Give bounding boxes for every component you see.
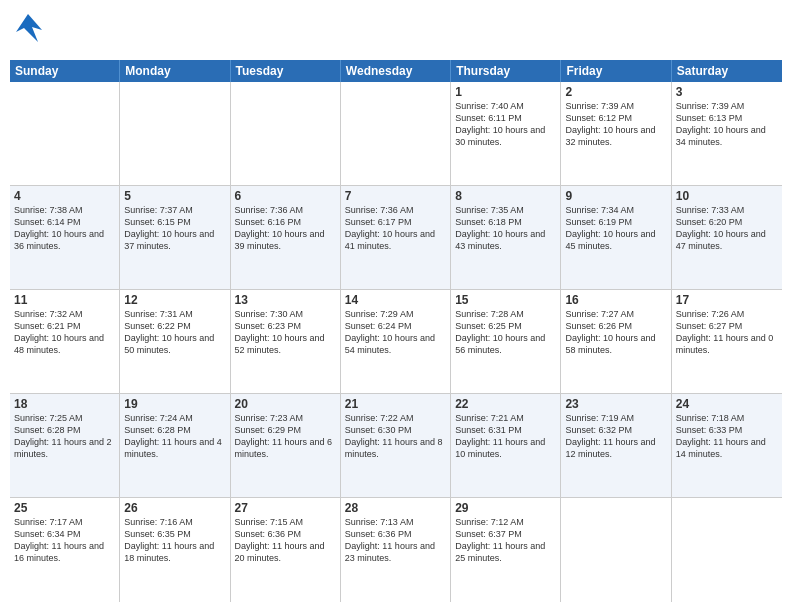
day-number: 29 [455, 501, 556, 515]
calendar-cell: 20Sunrise: 7:23 AM Sunset: 6:29 PM Dayli… [231, 394, 341, 497]
day-number: 16 [565, 293, 666, 307]
calendar-cell: 8Sunrise: 7:35 AM Sunset: 6:18 PM Daylig… [451, 186, 561, 289]
day-number: 7 [345, 189, 446, 203]
header-day-thursday: Thursday [451, 60, 561, 82]
day-info: Sunrise: 7:16 AM Sunset: 6:35 PM Dayligh… [124, 517, 214, 563]
header-day-monday: Monday [120, 60, 230, 82]
day-info: Sunrise: 7:29 AM Sunset: 6:24 PM Dayligh… [345, 309, 435, 355]
calendar-cell: 22Sunrise: 7:21 AM Sunset: 6:31 PM Dayli… [451, 394, 561, 497]
calendar-cell: 28Sunrise: 7:13 AM Sunset: 6:36 PM Dayli… [341, 498, 451, 602]
calendar-cell: 26Sunrise: 7:16 AM Sunset: 6:35 PM Dayli… [120, 498, 230, 602]
day-number: 14 [345, 293, 446, 307]
calendar-cell [231, 82, 341, 185]
day-info: Sunrise: 7:30 AM Sunset: 6:23 PM Dayligh… [235, 309, 325, 355]
calendar-cell: 1Sunrise: 7:40 AM Sunset: 6:11 PM Daylig… [451, 82, 561, 185]
day-number: 10 [676, 189, 778, 203]
day-number: 13 [235, 293, 336, 307]
calendar-cell: 14Sunrise: 7:29 AM Sunset: 6:24 PM Dayli… [341, 290, 451, 393]
calendar-cell: 4Sunrise: 7:38 AM Sunset: 6:14 PM Daylig… [10, 186, 120, 289]
calendar-cell: 18Sunrise: 7:25 AM Sunset: 6:28 PM Dayli… [10, 394, 120, 497]
calendar-cell [561, 498, 671, 602]
day-number: 20 [235, 397, 336, 411]
day-number: 6 [235, 189, 336, 203]
day-info: Sunrise: 7:24 AM Sunset: 6:28 PM Dayligh… [124, 413, 222, 459]
day-info: Sunrise: 7:40 AM Sunset: 6:11 PM Dayligh… [455, 101, 545, 147]
day-number: 9 [565, 189, 666, 203]
day-info: Sunrise: 7:18 AM Sunset: 6:33 PM Dayligh… [676, 413, 766, 459]
calendar-cell: 9Sunrise: 7:34 AM Sunset: 6:19 PM Daylig… [561, 186, 671, 289]
day-info: Sunrise: 7:36 AM Sunset: 6:16 PM Dayligh… [235, 205, 325, 251]
day-info: Sunrise: 7:32 AM Sunset: 6:21 PM Dayligh… [14, 309, 104, 355]
day-info: Sunrise: 7:33 AM Sunset: 6:20 PM Dayligh… [676, 205, 766, 251]
header-day-wednesday: Wednesday [341, 60, 451, 82]
day-number: 4 [14, 189, 115, 203]
day-number: 18 [14, 397, 115, 411]
calendar-cell: 24Sunrise: 7:18 AM Sunset: 6:33 PM Dayli… [672, 394, 782, 497]
calendar-cell: 5Sunrise: 7:37 AM Sunset: 6:15 PM Daylig… [120, 186, 230, 289]
day-info: Sunrise: 7:26 AM Sunset: 6:27 PM Dayligh… [676, 309, 774, 355]
day-number: 12 [124, 293, 225, 307]
calendar-cell: 15Sunrise: 7:28 AM Sunset: 6:25 PM Dayli… [451, 290, 561, 393]
day-number: 15 [455, 293, 556, 307]
logo [10, 10, 50, 52]
day-info: Sunrise: 7:22 AM Sunset: 6:30 PM Dayligh… [345, 413, 443, 459]
calendar-cell: 2Sunrise: 7:39 AM Sunset: 6:12 PM Daylig… [561, 82, 671, 185]
day-number: 24 [676, 397, 778, 411]
day-info: Sunrise: 7:23 AM Sunset: 6:29 PM Dayligh… [235, 413, 333, 459]
day-info: Sunrise: 7:21 AM Sunset: 6:31 PM Dayligh… [455, 413, 545, 459]
header-day-tuesday: Tuesday [231, 60, 341, 82]
day-number: 27 [235, 501, 336, 515]
calendar-cell: 23Sunrise: 7:19 AM Sunset: 6:32 PM Dayli… [561, 394, 671, 497]
day-info: Sunrise: 7:17 AM Sunset: 6:34 PM Dayligh… [14, 517, 104, 563]
calendar-cell [341, 82, 451, 185]
calendar-cell: 25Sunrise: 7:17 AM Sunset: 6:34 PM Dayli… [10, 498, 120, 602]
calendar-cell [10, 82, 120, 185]
day-info: Sunrise: 7:15 AM Sunset: 6:36 PM Dayligh… [235, 517, 325, 563]
calendar-cell: 17Sunrise: 7:26 AM Sunset: 6:27 PM Dayli… [672, 290, 782, 393]
day-number: 5 [124, 189, 225, 203]
day-number: 22 [455, 397, 556, 411]
header-day-saturday: Saturday [672, 60, 782, 82]
day-info: Sunrise: 7:39 AM Sunset: 6:13 PM Dayligh… [676, 101, 766, 147]
day-number: 25 [14, 501, 115, 515]
day-info: Sunrise: 7:25 AM Sunset: 6:28 PM Dayligh… [14, 413, 112, 459]
calendar-body: 1Sunrise: 7:40 AM Sunset: 6:11 PM Daylig… [10, 82, 782, 602]
day-number: 2 [565, 85, 666, 99]
day-info: Sunrise: 7:13 AM Sunset: 6:36 PM Dayligh… [345, 517, 435, 563]
day-number: 8 [455, 189, 556, 203]
calendar-cell: 27Sunrise: 7:15 AM Sunset: 6:36 PM Dayli… [231, 498, 341, 602]
day-info: Sunrise: 7:39 AM Sunset: 6:12 PM Dayligh… [565, 101, 655, 147]
page: SundayMondayTuesdayWednesdayThursdayFrid… [0, 0, 792, 612]
day-number: 21 [345, 397, 446, 411]
day-info: Sunrise: 7:36 AM Sunset: 6:17 PM Dayligh… [345, 205, 435, 251]
calendar-header: SundayMondayTuesdayWednesdayThursdayFrid… [10, 60, 782, 82]
day-number: 3 [676, 85, 778, 99]
calendar-cell: 21Sunrise: 7:22 AM Sunset: 6:30 PM Dayli… [341, 394, 451, 497]
day-number: 26 [124, 501, 225, 515]
calendar-row-1: 4Sunrise: 7:38 AM Sunset: 6:14 PM Daylig… [10, 186, 782, 290]
day-number: 17 [676, 293, 778, 307]
day-number: 19 [124, 397, 225, 411]
day-info: Sunrise: 7:31 AM Sunset: 6:22 PM Dayligh… [124, 309, 214, 355]
day-number: 11 [14, 293, 115, 307]
calendar-cell [672, 498, 782, 602]
day-number: 1 [455, 85, 556, 99]
header-day-friday: Friday [561, 60, 671, 82]
calendar-cell: 3Sunrise: 7:39 AM Sunset: 6:13 PM Daylig… [672, 82, 782, 185]
calendar-cell [120, 82, 230, 185]
calendar-cell: 6Sunrise: 7:36 AM Sunset: 6:16 PM Daylig… [231, 186, 341, 289]
calendar-row-0: 1Sunrise: 7:40 AM Sunset: 6:11 PM Daylig… [10, 82, 782, 186]
day-info: Sunrise: 7:28 AM Sunset: 6:25 PM Dayligh… [455, 309, 545, 355]
calendar-row-3: 18Sunrise: 7:25 AM Sunset: 6:28 PM Dayli… [10, 394, 782, 498]
day-info: Sunrise: 7:19 AM Sunset: 6:32 PM Dayligh… [565, 413, 655, 459]
calendar-cell: 19Sunrise: 7:24 AM Sunset: 6:28 PM Dayli… [120, 394, 230, 497]
calendar: SundayMondayTuesdayWednesdayThursdayFrid… [10, 60, 782, 602]
calendar-cell: 7Sunrise: 7:36 AM Sunset: 6:17 PM Daylig… [341, 186, 451, 289]
calendar-cell: 11Sunrise: 7:32 AM Sunset: 6:21 PM Dayli… [10, 290, 120, 393]
calendar-cell: 13Sunrise: 7:30 AM Sunset: 6:23 PM Dayli… [231, 290, 341, 393]
svg-marker-0 [16, 14, 42, 42]
day-info: Sunrise: 7:27 AM Sunset: 6:26 PM Dayligh… [565, 309, 655, 355]
calendar-cell: 12Sunrise: 7:31 AM Sunset: 6:22 PM Dayli… [120, 290, 230, 393]
calendar-row-2: 11Sunrise: 7:32 AM Sunset: 6:21 PM Dayli… [10, 290, 782, 394]
day-number: 23 [565, 397, 666, 411]
